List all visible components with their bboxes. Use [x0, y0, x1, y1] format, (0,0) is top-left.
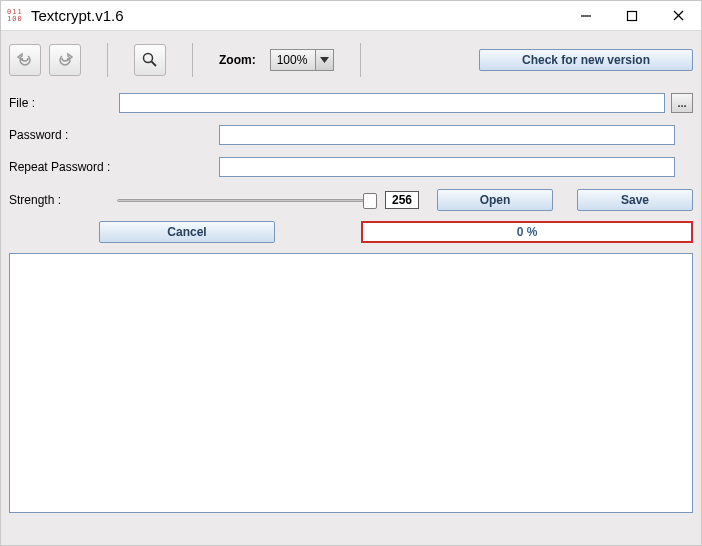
search-icon [141, 51, 159, 69]
zoom-label: Zoom: [219, 53, 256, 67]
window-title: Textcrypt.v1.6 [31, 7, 124, 24]
file-input[interactable] [119, 93, 665, 113]
svg-point-4 [144, 54, 153, 63]
cancel-button[interactable]: Cancel [99, 221, 275, 243]
chevron-down-icon [320, 57, 329, 63]
minimize-button[interactable] [563, 1, 609, 30]
check-version-button[interactable]: Check for new version [479, 49, 693, 71]
slider-track [117, 199, 377, 202]
password-input[interactable] [219, 125, 675, 145]
client-area: Zoom: 100% Check for new version File : … [1, 31, 701, 545]
zoom-value: 100% [271, 53, 308, 67]
save-button[interactable]: Save [577, 189, 693, 211]
maximize-button[interactable] [609, 1, 655, 30]
strength-slider[interactable] [117, 191, 377, 209]
repeat-password-label: Repeat Password : [9, 160, 119, 174]
file-label: File : [9, 96, 119, 110]
file-row: File : ... [9, 93, 693, 113]
password-row: Password : [9, 125, 693, 145]
strength-label: Strength : [9, 193, 109, 207]
action-row: Cancel 0 % [9, 221, 693, 243]
redo-button[interactable] [49, 44, 81, 76]
undo-icon [16, 51, 34, 69]
separator [107, 43, 108, 77]
progress-bar: 0 % [361, 221, 693, 243]
svg-rect-1 [628, 11, 637, 20]
zoom-combo[interactable]: 100% [270, 49, 334, 71]
strength-row: Strength : 256 Open Save [9, 189, 693, 211]
password-label: Password : [9, 128, 119, 142]
close-button[interactable] [655, 1, 701, 30]
svg-marker-6 [320, 57, 329, 63]
separator [192, 43, 193, 77]
text-editor[interactable] [9, 253, 693, 513]
window-controls [563, 1, 701, 30]
repeat-password-row: Repeat Password : [9, 157, 693, 177]
browse-button[interactable]: ... [671, 93, 693, 113]
svg-line-5 [152, 62, 157, 67]
strength-value: 256 [385, 191, 419, 209]
slider-thumb[interactable] [363, 193, 377, 209]
open-button[interactable]: Open [437, 189, 553, 211]
titlebar: 011100 Textcrypt.v1.6 [1, 1, 701, 31]
search-button[interactable] [134, 44, 166, 76]
separator [360, 43, 361, 77]
app-icon: 011100 [7, 7, 25, 25]
combo-dropdown-button[interactable] [315, 50, 333, 70]
repeat-password-input[interactable] [219, 157, 675, 177]
redo-icon [56, 51, 74, 69]
toolbar: Zoom: 100% Check for new version [9, 39, 693, 81]
undo-button[interactable] [9, 44, 41, 76]
